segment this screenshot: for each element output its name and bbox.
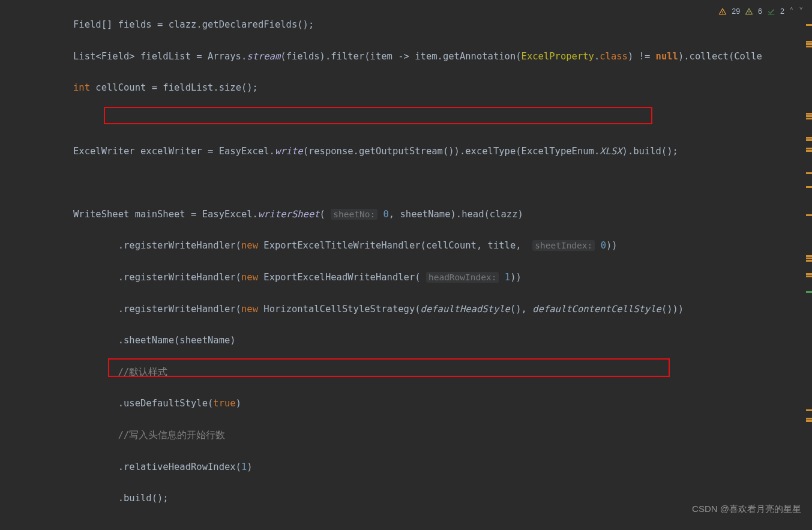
param-hint: headRowIndex:: [426, 272, 499, 283]
code-editor[interactable]: Field[] fields = clazz.getDeclaredFields…: [0, 1, 762, 530]
prev-highlight-button[interactable]: ˄: [789, 4, 794, 19]
code-line: ExcelWriter excelWriter = EasyExcel.writ…: [73, 143, 762, 159]
typo-count: 2: [780, 4, 784, 19]
param-hint: sheetNo:: [331, 209, 377, 220]
code-line: .useDefaultStyle(true): [73, 396, 762, 411]
code-line: .sheetName(sheetName): [73, 333, 762, 348]
weak-count: 6: [758, 4, 762, 19]
next-highlight-button[interactable]: ˅: [799, 4, 804, 19]
code-line: .registerWriteHandler(new ExportExcelHea…: [73, 270, 762, 285]
code-line: .registerWriteHandler(new ExportExcelTit…: [73, 238, 762, 253]
code-line: //写入头信息的开始行数: [73, 427, 762, 443]
code-line: .registerWriteHandler(new HorizontalCell…: [73, 301, 762, 317]
code-line: .build();: [73, 490, 762, 506]
param-hint: sheetIndex:: [532, 240, 595, 251]
watermark: CSDN @喜欢看月亮的星星: [692, 501, 801, 517]
code-line: [73, 175, 762, 190]
code-line: .relativeHeadRowIndex(1): [73, 459, 762, 475]
typo-icon: [767, 7, 775, 16]
warnings-count: 29: [732, 4, 740, 19]
error-stripe[interactable]: [804, 0, 812, 530]
inspection-status[interactable]: 29 6 2 ˄ ˅: [718, 4, 804, 19]
code-line: //默认样式: [73, 364, 762, 380]
code-line: int cellCount = fieldList.size();: [73, 80, 762, 95]
code-line: [73, 522, 762, 530]
weak-warning-icon: [745, 7, 753, 16]
warning-icon: [718, 7, 727, 16]
code-line: WriteSheet mainSheet = EasyExcel.writerS…: [73, 206, 762, 222]
code-line: List<Field> fieldList = Arrays.stream(fi…: [73, 49, 762, 64]
code-line: [73, 112, 762, 127]
code-line: Field[] fields = clazz.getDeclaredFields…: [73, 17, 762, 32]
